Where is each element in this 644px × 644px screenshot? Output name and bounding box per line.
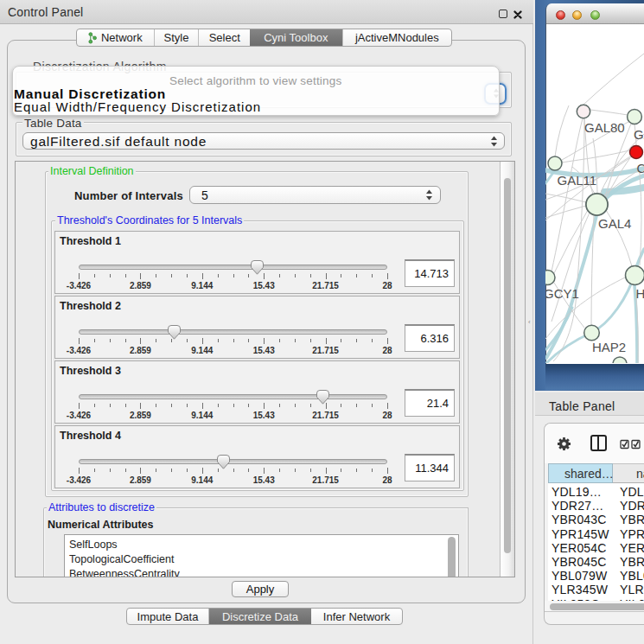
svg-text:HAP2: HAP2 — [592, 340, 626, 354]
svg-text:GAL80: GAL80 — [584, 120, 625, 135]
svg-text:GAL11: GAL11 — [558, 173, 597, 188]
svg-text:H: H — [636, 286, 644, 301]
svg-text:GAL4: GAL4 — [598, 216, 631, 231]
svg-text:GCY1: GCY1 — [545, 286, 579, 301]
svg-text:C: C — [637, 161, 644, 175]
svg-text:GA: GA — [634, 127, 644, 142]
